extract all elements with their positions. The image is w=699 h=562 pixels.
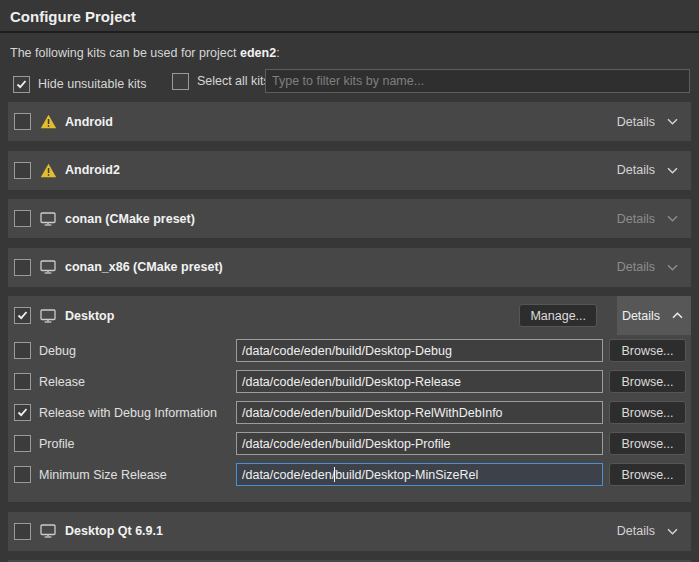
desktop-icon (39, 308, 57, 324)
details-button-disabled: Details (617, 259, 681, 275)
manage-button[interactable]: Manage... (519, 304, 597, 327)
checkbox-icon (172, 73, 189, 90)
browse-button[interactable]: Browse... (609, 370, 686, 393)
kit-checkbox[interactable] (14, 259, 31, 276)
kit-row-desktop: Desktop Manage... Details (8, 296, 691, 335)
build-path-input-debug[interactable] (236, 339, 603, 362)
desktop-icon (39, 259, 57, 275)
details-button[interactable]: Details (617, 162, 681, 178)
kit-row-conan-x86: conan_x86 (CMake preset) Details (8, 248, 691, 287)
kit-name: conan_x86 (CMake preset) (65, 260, 223, 274)
kit-name: Desktop (65, 309, 114, 323)
chevron-down-icon (663, 114, 681, 130)
kit-name: Android (65, 115, 113, 129)
chevron-down-icon (663, 162, 681, 178)
desktop-icon (39, 523, 57, 539)
warning-icon (39, 114, 57, 130)
kit-panel-desktop: Desktop Manage... Details Debug Browse..… (8, 296, 691, 502)
config-row-relwithdebinfo: Release with Debug Information Browse... (8, 397, 691, 428)
hide-unsuitable-kits-label: Hide unsuitable kits (38, 77, 146, 91)
hide-unsuitable-kits-checkbox[interactable]: Hide unsuitable kits (13, 72, 146, 96)
config-row-profile: Profile Browse... (8, 428, 691, 459)
build-path-input-profile[interactable] (236, 432, 603, 455)
warning-icon (39, 162, 57, 178)
details-button[interactable]: Details (617, 523, 681, 539)
filter-row: Hide unsuitable kits Select all kits (13, 69, 690, 93)
kit-row-desktop-qt: Desktop Qt 6.9.1 Details (8, 512, 691, 551)
chevron-down-icon (663, 523, 681, 539)
kit-row-android2: Android2 Details (8, 151, 691, 190)
config-checkbox[interactable] (14, 404, 31, 421)
details-button-expanded[interactable]: Details (617, 296, 691, 335)
page-title: Configure Project (10, 8, 689, 25)
kit-filter-input[interactable] (265, 69, 690, 93)
browse-button[interactable]: Browse... (609, 463, 686, 486)
kit-checkbox[interactable] (14, 307, 31, 324)
browse-button[interactable]: Browse... (609, 401, 686, 424)
config-label: Release with Debug Information (39, 406, 217, 420)
kit-row-android: Android Details (8, 102, 691, 141)
details-button[interactable]: Details (617, 114, 681, 130)
select-all-kits-checkbox[interactable]: Select all kits (172, 69, 270, 93)
details-button-disabled: Details (617, 211, 681, 227)
config-row-release: Release Browse... (8, 366, 691, 397)
kit-checkbox[interactable] (14, 162, 31, 179)
checkbox-icon (13, 76, 30, 93)
build-path-input-relwithdebinfo[interactable] (236, 401, 603, 424)
config-label: Profile (39, 437, 74, 451)
browse-button[interactable]: Browse... (609, 339, 686, 362)
kit-checkbox[interactable] (14, 113, 31, 130)
kit-checkbox[interactable] (14, 210, 31, 227)
browse-button[interactable]: Browse... (609, 432, 686, 455)
config-checkbox[interactable] (14, 435, 31, 452)
config-checkbox[interactable] (14, 342, 31, 359)
project-name: eden2 (240, 46, 276, 60)
kit-list: Android Details Android2 Details (0, 102, 699, 562)
text-caret (334, 467, 335, 482)
config-label: Minimum Size Release (39, 468, 167, 482)
configure-project-page: Configure Project The following kits can… (0, 0, 699, 562)
kit-checkbox[interactable] (14, 523, 31, 540)
config-label: Release (39, 375, 85, 389)
page-header: Configure Project (0, 0, 699, 33)
config-label: Debug (39, 344, 76, 358)
kit-name: conan (CMake preset) (65, 212, 195, 226)
build-path-input-minsizerel[interactable] (236, 463, 603, 486)
desktop-icon (39, 211, 57, 227)
config-row-debug: Debug Browse... (8, 335, 691, 366)
kit-name: Android2 (65, 163, 120, 177)
chevron-up-icon (668, 308, 686, 324)
build-path-input-release[interactable] (236, 370, 603, 393)
chevron-down-icon (663, 259, 681, 275)
config-row-minsizerel: Minimum Size Release Browse... (8, 459, 691, 490)
select-all-kits-label: Select all kits (197, 74, 270, 88)
config-checkbox[interactable] (14, 373, 31, 390)
config-checkbox[interactable] (14, 466, 31, 483)
kit-name: Desktop Qt 6.9.1 (65, 524, 163, 538)
kits-intro-text: The following kits can be used for proje… (10, 46, 689, 60)
chevron-down-icon (663, 211, 681, 227)
kit-row-conan: conan (CMake preset) Details (8, 199, 691, 238)
